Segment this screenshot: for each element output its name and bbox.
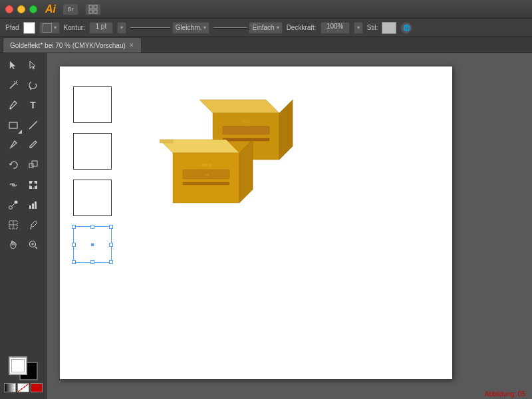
rotate-icon — [8, 160, 19, 170]
lasso-tool[interactable] — [24, 76, 43, 94]
zoom-tool[interactable] — [24, 235, 43, 254]
handle-br[interactable] — [109, 260, 113, 264]
svg-marker-35 — [279, 100, 293, 160]
warp-tool[interactable] — [4, 176, 23, 194]
color-swatch-stack[interactable] — [9, 356, 38, 380]
pencil-icon — [28, 140, 39, 150]
maximize-button[interactable] — [29, 5, 37, 13]
workspace-button[interactable] — [85, 3, 101, 15]
svg-marker-42 — [160, 140, 173, 143]
selection-center-point — [91, 243, 94, 246]
hand-icon — [8, 239, 19, 250]
free-transform-tool[interactable] — [24, 176, 43, 194]
tool-row-4 — [4, 116, 43, 134]
shape-square-1[interactable] — [73, 86, 112, 123]
hand-tool[interactable] — [4, 235, 23, 254]
magic-wand-tool[interactable] — [4, 76, 23, 94]
pen-tool[interactable] — [4, 96, 23, 114]
no-color-button[interactable] — [17, 383, 29, 392]
svg-text:1 kg: 1 kg — [203, 173, 209, 176]
deckkraft-dropdown[interactable]: ▾ — [354, 22, 363, 34]
stroke-einfach-dropdown[interactable]: Einfach ▾ — [249, 22, 282, 34]
shape-square-3[interactable] — [73, 180, 112, 216]
paintbrush-tool[interactable] — [4, 136, 23, 154]
direct-selection-tool[interactable] — [24, 56, 43, 74]
blend-tool[interactable] — [4, 196, 23, 214]
eyedropper-tool[interactable] — [24, 215, 43, 234]
selection-tool[interactable] — [4, 56, 23, 74]
slice-tool[interactable] — [4, 215, 23, 234]
rectangle-icon — [8, 120, 19, 130]
shape-square-2[interactable] — [73, 133, 112, 170]
default-colors-button[interactable] — [4, 383, 16, 392]
tool-row-9 — [4, 215, 43, 234]
svg-rect-3 — [94, 10, 97, 13]
svg-text:999.9: 999.9 — [241, 120, 251, 124]
svg-rect-25 — [35, 201, 37, 209]
svg-rect-2 — [89, 10, 92, 13]
handle-bc[interactable] — [90, 260, 94, 264]
pencil-tool[interactable] — [24, 136, 43, 154]
line-tool[interactable] — [24, 116, 43, 134]
kontur-label: Kontur: — [64, 24, 85, 31]
foreground-color-swatch[interactable] — [9, 356, 27, 375]
tab-label: Goldeffekt* bei 70 % (CMYK/Vorschau) — [10, 42, 126, 49]
stil-swatch[interactable] — [382, 22, 396, 34]
tool-row-8 — [4, 196, 43, 214]
document-tab[interactable]: Goldeffekt* bei 70 % (CMYK/Vorschau) ✕ — [3, 37, 142, 53]
tool-row-2 — [4, 76, 43, 94]
svg-rect-16 — [29, 181, 32, 184]
tab-close-button[interactable]: ✕ — [129, 42, 134, 49]
bridge-button[interactable]: Br — [63, 3, 78, 15]
svg-point-8 — [9, 108, 11, 110]
mini-swatches-row — [4, 383, 43, 392]
eyedropper-icon — [28, 219, 39, 230]
svg-rect-24 — [32, 203, 34, 209]
chart-tool[interactable] — [24, 196, 43, 214]
svg-marker-33 — [200, 100, 279, 113]
title-bar: Ai Br — [0, 0, 532, 19]
canvas-area[interactable]: 999.9 — [47, 53, 532, 399]
minimize-button[interactable] — [17, 5, 25, 13]
zoom-icon — [28, 239, 39, 250]
fill-swatch-white[interactable] — [23, 22, 35, 34]
tool-row-6 — [4, 156, 43, 174]
gold-bars-image: 999.9 — [140, 86, 299, 226]
svg-rect-1 — [94, 5, 97, 9]
svg-text:999.9: 999.9 — [201, 163, 211, 167]
artboard: 999.9 — [60, 66, 452, 379]
pt-dropdown[interactable]: ▾ — [117, 22, 126, 34]
scale-icon — [28, 160, 39, 170]
rotate-tool[interactable] — [4, 156, 23, 174]
type-icon: T — [30, 100, 36, 110]
stroke-gleichm-dropdown[interactable]: Gleichm. ▾ — [172, 22, 209, 34]
svg-line-10 — [29, 121, 37, 129]
svg-line-4 — [10, 83, 15, 88]
rectangle-tool[interactable] — [4, 116, 23, 134]
handle-ml[interactable] — [72, 243, 76, 247]
deckkraft-input[interactable]: 100% — [321, 22, 350, 34]
slice-icon — [8, 219, 19, 230]
stil-label: Stil: — [367, 24, 378, 31]
pt-input[interactable]: 1 pt — [89, 22, 113, 34]
chart-icon — [28, 200, 39, 210]
handle-mr[interactable] — [109, 243, 113, 247]
svg-line-22 — [12, 203, 15, 206]
magic-wand-icon — [8, 80, 19, 90]
handle-tr[interactable] — [109, 225, 113, 229]
close-button[interactable] — [5, 5, 13, 13]
workspace-icon — [88, 5, 98, 14]
handle-tl[interactable] — [72, 225, 76, 229]
handle-tc[interactable] — [90, 225, 94, 229]
shape-square-4-selected[interactable] — [73, 226, 112, 263]
svg-rect-44 — [183, 182, 229, 185]
abbildung-text: Abbildung: 05 — [485, 390, 525, 398]
globe-icon[interactable]: 🌐 — [400, 22, 412, 34]
stroke-dropdown[interactable]: ▾ — [39, 22, 60, 34]
tab-bar: Goldeffekt* bei 70 % (CMYK/Vorschau) ✕ — [0, 37, 532, 53]
handle-bl[interactable] — [72, 260, 76, 264]
svg-rect-12 — [29, 164, 33, 168]
color-mode-button[interactable] — [31, 383, 43, 392]
scale-tool[interactable] — [24, 156, 43, 174]
type-tool[interactable]: T — [24, 96, 43, 114]
